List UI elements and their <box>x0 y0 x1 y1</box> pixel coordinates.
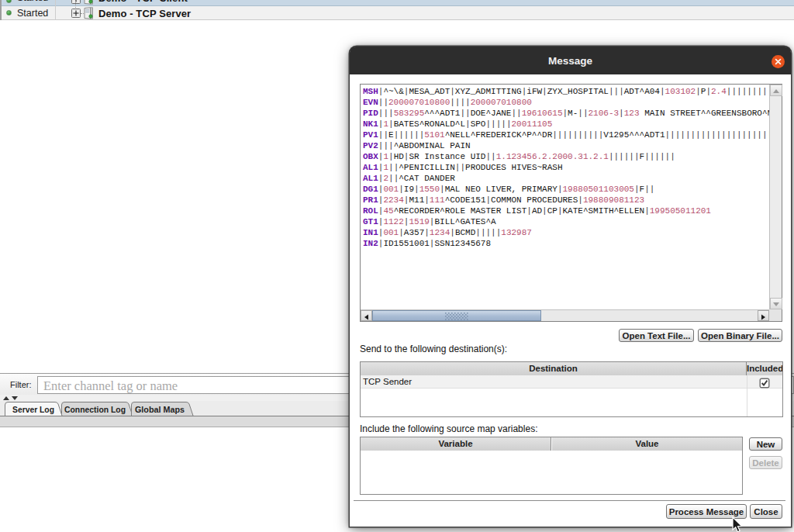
svg-text:Global Maps: Global Maps <box>135 405 185 414</box>
svg-text:Connection Log: Connection Log <box>64 405 126 414</box>
svg-text:Server Log: Server Log <box>12 405 54 414</box>
